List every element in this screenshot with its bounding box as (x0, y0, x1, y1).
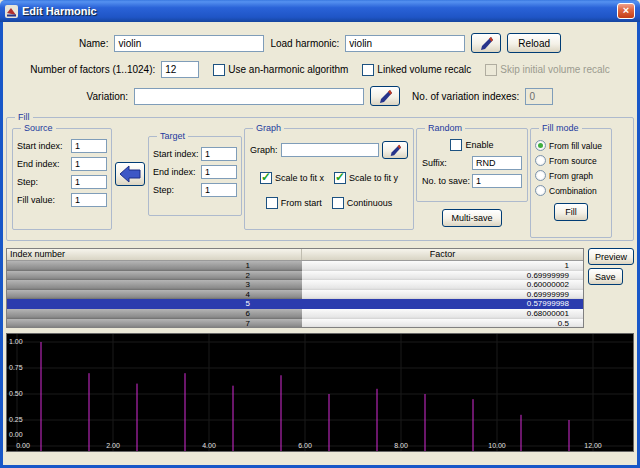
svg-text:12.00: 12.00 (584, 442, 602, 449)
checkbox-box (450, 139, 462, 151)
name-input[interactable] (114, 35, 264, 52)
source-group-label: Source (21, 123, 56, 133)
fill-group-label: Fill (15, 112, 33, 122)
column-header-index: Index number (7, 249, 302, 260)
factor-cell: 0.69999999 (302, 271, 583, 281)
column-header-factor: Factor (302, 249, 583, 260)
factor-cell: 0.69999999 (302, 290, 583, 300)
svg-text:0.00: 0.00 (16, 442, 30, 449)
variation-input[interactable] (134, 88, 364, 105)
harmonics-chart: 1.000.750.500.250.000.002.004.006.008.00… (6, 333, 634, 452)
graph-input[interactable] (281, 143, 379, 157)
skip-initial-label: Skip initial volume recalc (500, 64, 610, 75)
source-fill-value-label: Fill value: (17, 195, 55, 205)
radio-combination[interactable]: Combination (535, 185, 607, 196)
variation-row: Variation: No. of variation indexes: (6, 86, 634, 106)
radio-from-graph[interactable]: From graph (535, 170, 607, 181)
target-end-label: End index: (153, 167, 196, 177)
anharmonic-checkbox[interactable]: Use an-harmonic algorithm (213, 64, 348, 76)
table-row[interactable]: 70.5 (7, 319, 583, 328)
random-enable-checkbox[interactable]: Enable (450, 139, 493, 151)
fill-mode-group: Fill mode From fill value From source Fr… (530, 128, 612, 238)
no-to-save-label: No. to save: (422, 176, 470, 186)
svg-text:10.00: 10.00 (488, 442, 506, 449)
save-button[interactable]: Save (588, 268, 623, 285)
factor-table[interactable]: Index number Factor 1120.6999999930.6000… (6, 248, 584, 328)
factor-cell: 1 (302, 261, 583, 271)
source-group: Source Start index: End index: Step: Fil… (12, 128, 112, 230)
graph-pick-button[interactable] (382, 141, 408, 159)
radio-from-fill-value[interactable]: From fill value (535, 140, 607, 151)
radio-dot (535, 170, 546, 181)
target-end-input[interactable] (201, 165, 237, 179)
table-row[interactable]: 11 (7, 261, 583, 271)
source-end-label: End index: (17, 159, 60, 169)
scale-fit-y-checkbox[interactable]: Scale to fit y (334, 172, 398, 184)
from-start-checkbox[interactable]: From start (266, 197, 322, 209)
pen-icon (388, 144, 402, 156)
table-row[interactable]: 40.69999999 (7, 290, 583, 300)
scale-fit-y-label: Scale to fit y (349, 173, 398, 183)
scale-fit-x-checkbox[interactable]: Scale to fit x (260, 172, 324, 184)
table-row[interactable]: 60.68000001 (7, 309, 583, 319)
preview-button[interactable]: Preview (588, 248, 634, 265)
continuous-checkbox[interactable]: Continuous (332, 197, 393, 209)
index-cell: 2 (7, 271, 302, 281)
load-harmonic-pick-button[interactable] (471, 33, 501, 53)
no-to-save-input[interactable] (472, 174, 522, 188)
variation-count-label: No. of variation indexes: (412, 91, 519, 102)
reload-button[interactable]: Reload (507, 33, 561, 53)
table-row[interactable]: 20.69999999 (7, 271, 583, 281)
random-group: Random Enable Suffix: No. to save: (416, 128, 528, 202)
source-step-input[interactable] (71, 175, 107, 189)
suffix-label: Suffix: (422, 158, 447, 168)
factors-input[interactable] (161, 61, 199, 78)
edit-harmonic-window: Edit Harmonic × Name: Load harmonic: Rel… (0, 0, 640, 468)
radio-dot (535, 155, 546, 166)
titlebar[interactable]: Edit Harmonic × (0, 0, 640, 22)
window-title: Edit Harmonic (22, 5, 613, 17)
scale-fit-x-label: Scale to fit x (275, 173, 324, 183)
factor-cell: 0.60000002 (302, 280, 583, 290)
arrow-left-icon (119, 165, 141, 183)
copy-to-source-button[interactable] (115, 162, 145, 186)
svg-text:8.00: 8.00 (394, 442, 408, 449)
factors-row: Number of factors (1..1024): Use an-harm… (6, 61, 634, 78)
source-step-label: Step: (17, 177, 38, 187)
radio-dot (535, 140, 546, 151)
source-fill-value-input[interactable] (71, 193, 107, 207)
source-start-input[interactable] (71, 139, 107, 153)
variation-label: Variation: (87, 91, 129, 102)
svg-text:0.00: 0.00 (9, 431, 23, 438)
target-step-input[interactable] (201, 183, 237, 197)
source-end-input[interactable] (71, 157, 107, 171)
linked-volume-checkbox[interactable]: Linked volume recalc (362, 64, 471, 76)
index-cell: 1 (7, 261, 302, 271)
target-group-label: Target (157, 131, 188, 141)
svg-text:0.50: 0.50 (9, 390, 23, 397)
table-header: Index number Factor (7, 249, 583, 261)
linked-volume-label: Linked volume recalc (377, 64, 471, 75)
svg-text:6.00: 6.00 (298, 442, 312, 449)
fill-mode-group-label: Fill mode (539, 123, 582, 133)
table-row[interactable]: 30.60000002 (7, 280, 583, 290)
table-row[interactable]: 50.57999998 (7, 299, 583, 309)
table-body: 1120.6999999930.6000000240.6999999950.57… (7, 261, 583, 328)
graph-label: Graph: (250, 145, 278, 155)
multi-save-button[interactable]: Multi-save (442, 209, 501, 227)
load-harmonic-label: Load harmonic: (270, 38, 339, 49)
target-start-label: Start index: (153, 149, 199, 159)
anharmonic-label: Use an-harmonic algorithm (228, 64, 348, 75)
fill-button[interactable]: Fill (554, 203, 588, 221)
suffix-input[interactable] (472, 156, 522, 170)
index-cell: 4 (7, 290, 302, 300)
radio-from-source[interactable]: From source (535, 155, 607, 166)
target-start-input[interactable] (201, 147, 237, 161)
factor-cell: 0.57999998 (302, 299, 583, 309)
svg-text:0.75: 0.75 (9, 364, 23, 371)
checkbox-box (485, 64, 497, 76)
load-harmonic-input[interactable] (345, 35, 465, 52)
close-button[interactable]: × (617, 3, 635, 19)
checkbox-box (260, 172, 272, 184)
variation-pick-button[interactable] (370, 86, 400, 106)
